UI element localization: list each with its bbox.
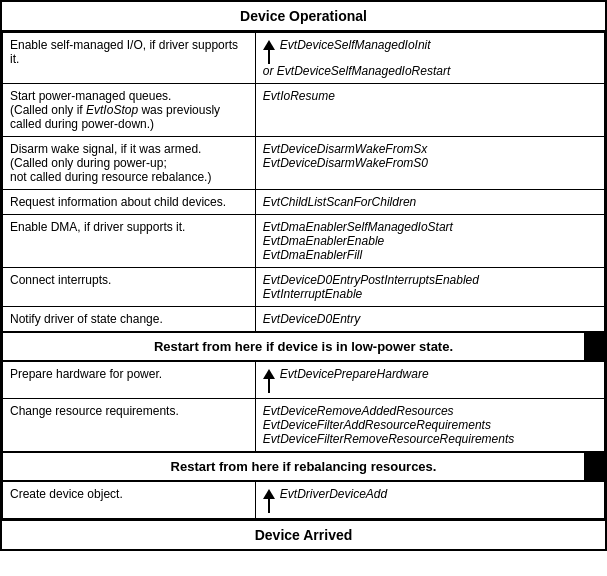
event-text: EvtDeviceRemoveAddedResourcesEvtDeviceFi…	[263, 404, 514, 446]
row-description: Notify driver of state change.	[3, 307, 256, 333]
row-description: Enable self-managed I/O, if driver suppo…	[3, 33, 256, 84]
table-row: Create device object.EvtDriverDeviceAdd	[3, 481, 605, 519]
main-container: Device Operational Enable self-managed I…	[0, 0, 607, 551]
row-events: EvtDriverDeviceAdd	[255, 481, 604, 519]
arrow-up-icon	[263, 40, 275, 64]
event-text: EvtDeviceD0EntryPostInterruptsEnabledEvt…	[263, 273, 479, 301]
row-description: Change resource requirements.	[3, 399, 256, 453]
row-events: EvtDevicePrepareHardware	[255, 361, 604, 399]
row-events: EvtDeviceD0EntryPostInterruptsEnabledEvt…	[255, 268, 604, 307]
section-header-text: Restart from here if device is in low-po…	[154, 339, 453, 354]
table-row: Connect interrupts.EvtDeviceD0EntryPostI…	[3, 268, 605, 307]
row-events: EvtChildListScanForChildren	[255, 190, 604, 215]
row-events: EvtDeviceD0Entry	[255, 307, 604, 333]
table-row: Request information about child devices.…	[3, 190, 605, 215]
content-table: Enable self-managed I/O, if driver suppo…	[2, 32, 605, 519]
table-row: Change resource requirements.EvtDeviceRe…	[3, 399, 605, 453]
row-description: Disarm wake signal, if it was armed.(Cal…	[3, 137, 256, 190]
event-text: EvtDriverDeviceAdd	[280, 487, 387, 501]
event-text: EvtDeviceDisarmWakeFromSxEvtDeviceDisarm…	[263, 142, 428, 170]
row-events: EvtDeviceDisarmWakeFromSxEvtDeviceDisarm…	[255, 137, 604, 190]
black-block	[584, 453, 604, 480]
table-row: Disarm wake signal, if it was armed.(Cal…	[3, 137, 605, 190]
row-events: EvtDmaEnablerSelfManagedIoStartEvtDmaEna…	[255, 215, 604, 268]
row-description: Start power-managed queues.(Called only …	[3, 84, 256, 137]
row-events: EvtIoResume	[255, 84, 604, 137]
row-description: Prepare hardware for power.	[3, 361, 256, 399]
table-row: Notify driver of state change.EvtDeviceD…	[3, 307, 605, 333]
event-text: EvtDeviceD0Entry	[263, 312, 360, 326]
section-divider-row: Restart from here if device is in low-po…	[3, 332, 605, 361]
row-description: Enable DMA, if driver supports it.	[3, 215, 256, 268]
event-text: EvtDmaEnablerSelfManagedIoStartEvtDmaEna…	[263, 220, 453, 262]
arrow-up-icon	[263, 369, 275, 393]
table-row: Enable self-managed I/O, if driver suppo…	[3, 33, 605, 84]
page-title: Device Operational	[2, 2, 605, 32]
table-row: Prepare hardware for power.EvtDevicePrep…	[3, 361, 605, 399]
row-events: EvtDeviceSelfManagedIoInitor EvtDeviceSe…	[255, 33, 604, 84]
row-description: Request information about child devices.	[3, 190, 256, 215]
table-row: Enable DMA, if driver supports it.EvtDma…	[3, 215, 605, 268]
section-header-text: Restart from here if rebalancing resourc…	[171, 459, 437, 474]
event-text: EvtDevicePrepareHardware	[280, 367, 429, 381]
arrow-up-icon	[263, 489, 275, 513]
black-block	[584, 333, 604, 360]
row-description: Create device object.	[3, 481, 256, 519]
event-text: EvtChildListScanForChildren	[263, 195, 416, 209]
table-row: Start power-managed queues.(Called only …	[3, 84, 605, 137]
page-footer: Device Arrived	[2, 519, 605, 549]
row-events: EvtDeviceRemoveAddedResourcesEvtDeviceFi…	[255, 399, 604, 453]
event-text: EvtIoResume	[263, 89, 335, 103]
section-divider-row: Restart from here if rebalancing resourc…	[3, 452, 605, 481]
row-description: Connect interrupts.	[3, 268, 256, 307]
event-text: EvtDeviceSelfManagedIoInitor EvtDeviceSe…	[263, 38, 450, 78]
